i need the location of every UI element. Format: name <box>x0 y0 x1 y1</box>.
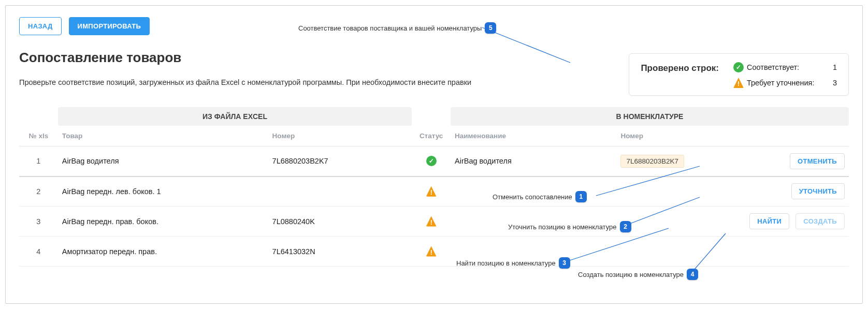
clarify-button[interactable]: УТОЧНИТЬ <box>791 183 845 199</box>
cell-number: 7L6880203B2K7 <box>268 146 412 176</box>
cell-product: AirBag передн. лев. боков. 1 <box>58 176 268 207</box>
col-status: Статус <box>412 126 451 146</box>
create-button[interactable]: СОЗДАТЬ <box>795 213 845 229</box>
warning-icon: ! <box>426 216 437 227</box>
page-container: НАЗАД ИМПОРТИРОВАТЬ Сопоставление товаро… <box>5 5 863 304</box>
cell-product: AirBag передн. прав. боков. <box>58 207 268 237</box>
import-button[interactable]: ИМПОРТИРОВАТЬ <box>69 17 150 35</box>
find-button[interactable]: НАЙТИ <box>749 213 789 229</box>
group-header-excel: ИЗ ФАЙЛА EXCEL <box>58 107 412 126</box>
cell-product: Амортизатор передн. прав. <box>58 237 268 267</box>
warning-icon: ! <box>733 78 744 88</box>
status-ok-row: ✓ Соответствует: 1 <box>733 62 837 72</box>
status-ok-count: 1 <box>824 63 837 71</box>
back-button[interactable]: НАЗАД <box>19 17 62 35</box>
cancel-button[interactable]: ОТМЕНИТЬ <box>790 153 845 169</box>
cell-num: 3 <box>19 207 58 237</box>
col-number: Номер <box>268 126 412 146</box>
status-warn-row: ! Требует уточнения: 3 <box>733 78 837 88</box>
status-warn-label: Требует уточнения: <box>747 79 824 87</box>
col-name: Наименование <box>451 126 616 146</box>
table-row: 2 AirBag передн. лев. боков. 1 ! УТОЧНИТ… <box>19 176 849 207</box>
col-num: № xls <box>19 126 58 146</box>
number-chip: 7L6880203B2K7 <box>620 155 684 168</box>
annotation-4: Создать позицию в номенклатуре4 <box>578 269 698 280</box>
cell-product: AirBag водителя <box>58 146 268 176</box>
check-icon: ✓ <box>426 156 437 166</box>
top-button-row: НАЗАД ИМПОРТИРОВАТЬ <box>19 17 849 35</box>
group-header-nomen: В НОМЕНКЛАТУРЕ <box>451 107 849 126</box>
mapping-table: ИЗ ФАЙЛА EXCEL В НОМЕНКЛАТУРЕ № xls Това… <box>19 107 849 267</box>
status-panel: Проверено строк: ✓ Соответствует: 1 ! Тр… <box>629 53 849 96</box>
cell-num: 2 <box>19 176 58 207</box>
table-row: 1 AirBag водителя 7L6880203B2K7 ✓ AirBag… <box>19 146 849 176</box>
table-row: 3 AirBag передн. прав. боков. 7L0880240K… <box>19 207 849 237</box>
table-row: 4 Амортизатор передн. прав. 7L6413032N ! <box>19 237 849 267</box>
cell-number: 7L6413032N <box>268 237 412 267</box>
col-nomen-number: Номер <box>616 126 727 146</box>
col-product: Товар <box>58 126 268 146</box>
cell-nomen-name: AirBag водителя <box>451 146 616 176</box>
cell-number: 7L0880240K <box>268 207 412 237</box>
cell-number <box>268 176 412 207</box>
status-ok-label: Соответствует: <box>747 63 824 71</box>
cell-num: 1 <box>19 146 58 176</box>
cell-num: 4 <box>19 237 58 267</box>
warning-icon: ! <box>426 246 437 257</box>
warning-icon: ! <box>426 186 437 197</box>
status-warn-count: 3 <box>824 79 837 87</box>
status-panel-label: Проверено строк: <box>641 62 719 73</box>
check-icon: ✓ <box>733 62 744 72</box>
